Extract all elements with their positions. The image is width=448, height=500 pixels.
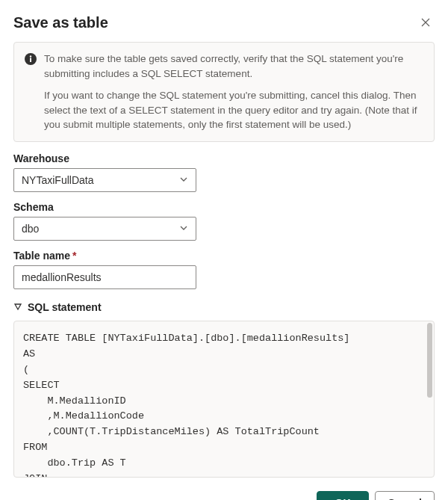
schema-dropdown[interactable]: dbo (13, 217, 196, 241)
sql-code-preview: CREATE TABLE [NYTaxiFullData].[dbo].[med… (13, 321, 435, 478)
close-button[interactable] (417, 13, 435, 31)
svg-point-1 (30, 55, 31, 57)
info-box: To make sure the table gets saved correc… (13, 42, 435, 142)
schema-field: Schema dbo (13, 201, 435, 241)
chevron-down-icon (179, 223, 188, 235)
info-text: To make sure the table gets saved correc… (44, 52, 423, 132)
info-paragraph-2: If you want to change the SQL statement … (44, 88, 423, 132)
warehouse-label: Warehouse (13, 152, 435, 164)
cancel-button[interactable]: Cancel (375, 491, 435, 500)
dialog-title: Save as table (13, 14, 108, 31)
close-icon (421, 18, 430, 27)
required-asterisk: * (72, 250, 76, 262)
scrollbar-thumb[interactable] (427, 323, 432, 398)
sql-section-header[interactable]: SQL statement (13, 301, 435, 313)
scrollbar-track (427, 323, 432, 475)
sql-code-text: CREATE TABLE [NYTaxiFullData].[dbo].[med… (23, 333, 349, 478)
dialog-footer: OK Cancel (13, 491, 435, 500)
sql-section-label: SQL statement (28, 301, 102, 313)
table-name-field: Table name* (13, 250, 435, 289)
info-icon (25, 53, 37, 132)
info-paragraph-1: To make sure the table gets saved correc… (44, 52, 423, 81)
warehouse-value: NYTaxiFullData (22, 174, 179, 186)
ok-button[interactable]: OK (317, 491, 369, 500)
expand-icon (13, 301, 22, 313)
dialog-header: Save as table (13, 13, 435, 31)
chevron-down-icon (179, 174, 188, 186)
svg-rect-2 (30, 58, 31, 63)
warehouse-field: Warehouse NYTaxiFullData (13, 152, 435, 192)
table-name-label: Table name* (13, 250, 435, 262)
schema-value: dbo (22, 223, 179, 235)
warehouse-dropdown[interactable]: NYTaxiFullData (13, 168, 196, 192)
table-name-input[interactable] (13, 265, 196, 289)
schema-label: Schema (13, 201, 435, 213)
